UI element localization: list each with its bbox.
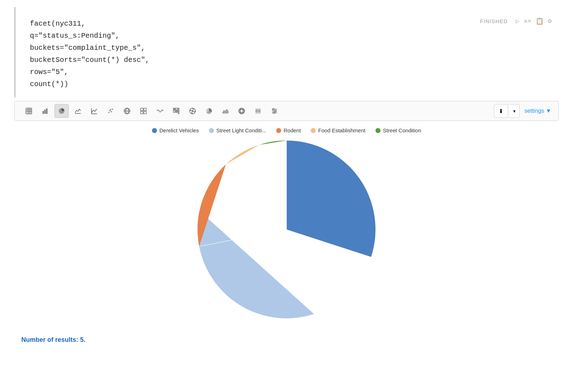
toolbar-right: ⬇ ▾ settings ▼: [494, 104, 551, 118]
matrix-btn[interactable]: [169, 104, 183, 118]
legend-label-derelict: Derelict Vehicles: [159, 127, 199, 133]
globe-btn-1[interactable]: [120, 104, 134, 118]
area-btn-2[interactable]: [218, 104, 232, 118]
doc-icon[interactable]: 📋: [536, 17, 543, 25]
legend-item-derelict: Derelict Vehicles: [152, 127, 199, 133]
legend-dot-derelict: [152, 128, 157, 133]
header-right: FINISHED ▷ ✕× 📋 ⚙: [480, 17, 552, 25]
svg-rect-7: [46, 108, 47, 114]
svg-point-35: [257, 110, 259, 112]
legend-dot-streetlight: [209, 128, 214, 133]
svg-point-46: [273, 108, 274, 110]
svg-point-32: [239, 110, 245, 112]
svg-point-41: [258, 112, 259, 113]
legend-label-street: Street Condition: [383, 127, 421, 133]
legend-dot-food: [311, 128, 316, 133]
legend-label-food: Food Establishment: [318, 127, 366, 133]
run-icon[interactable]: ▷: [516, 17, 520, 25]
settings-icon[interactable]: ⚙: [548, 17, 552, 25]
code-line-3: buckets="complaint_type_s",: [30, 42, 545, 54]
toolbar: ⬇ ▾ settings ▼: [14, 101, 559, 121]
page-wrapper: FINISHED ▷ ✕× 📋 ⚙ facet(nyc311, q="statu…: [0, 7, 573, 354]
svg-rect-20: [144, 108, 146, 111]
legend-item-streetlight: Street Light Conditi...: [209, 127, 266, 133]
code-line-2: q="status_s:Pending",: [30, 30, 545, 42]
svg-rect-27: [178, 108, 179, 114]
code-line-1: facet(nyc311,: [30, 18, 545, 30]
settings-link[interactable]: settings ▼: [525, 108, 551, 114]
download-btn[interactable]: ⬇: [494, 104, 508, 118]
svg-point-14: [112, 109, 113, 110]
segment-derelict[interactable]: [286, 141, 375, 257]
svg-rect-26: [176, 111, 178, 112]
svg-rect-0: [26, 108, 32, 114]
legend-item-street: Street Condition: [375, 127, 421, 133]
pie-btn-2[interactable]: [202, 104, 216, 118]
svg-rect-22: [144, 111, 146, 114]
svg-point-13: [111, 111, 112, 112]
results-text: Number of results: 5.: [0, 329, 573, 354]
svg-point-36: [259, 110, 261, 112]
globe-btn-2[interactable]: [185, 104, 200, 118]
pie-chart-btn[interactable]: [54, 104, 69, 118]
stop-icon[interactable]: ✕×: [524, 17, 532, 25]
svg-point-40: [256, 112, 257, 113]
svg-point-38: [258, 109, 259, 110]
svg-rect-5: [43, 111, 44, 114]
svg-rect-23: [173, 108, 175, 110]
svg-rect-6: [44, 110, 46, 114]
legend-dot-street: [375, 128, 380, 133]
scatter-plot-btn[interactable]: [104, 104, 118, 118]
segment-streetcond[interactable]: [259, 141, 286, 145]
legend: Derelict Vehicles Street Light Conditi..…: [14, 127, 559, 133]
chart-container: [14, 141, 559, 318]
svg-rect-19: [141, 108, 143, 111]
svg-point-42: [259, 112, 261, 113]
wave-chart-btn[interactable]: [153, 104, 167, 118]
globe-btn-3[interactable]: [235, 104, 249, 118]
svg-rect-25: [173, 111, 175, 112]
grid-chart-btn[interactable]: [136, 104, 151, 118]
code-block: facet(nyc311, q="status_s:Pending", buck…: [14, 7, 559, 97]
legend-item-food: Food Establishment: [311, 127, 366, 133]
download-dropdown-btn[interactable]: ▾: [510, 104, 520, 118]
svg-point-47: [275, 110, 276, 112]
svg-rect-21: [141, 111, 143, 114]
code-line-6: count(*)): [30, 78, 545, 90]
legend-label-streetlight: Street Light Conditi...: [216, 127, 266, 133]
svg-point-11: [109, 112, 110, 113]
line-chart-btn[interactable]: [87, 104, 101, 118]
status-label: FINISHED: [480, 18, 508, 24]
legend-dot-rodent: [276, 128, 281, 133]
svg-point-37: [256, 109, 257, 110]
legend-item-rodent: Rodent: [276, 127, 301, 133]
bar-chart-btn[interactable]: [38, 104, 52, 118]
dots-btn[interactable]: [251, 104, 265, 118]
segment-food[interactable]: [226, 145, 259, 164]
code-line-5: rows="5",: [30, 66, 545, 78]
pie-chart: [198, 141, 375, 318]
svg-marker-30: [222, 109, 228, 113]
legend-label-rodent: Rodent: [284, 127, 301, 133]
code-line-4: bucketSorts="count(*) desc",: [30, 54, 545, 66]
svg-point-12: [110, 110, 111, 111]
svg-line-53: [259, 145, 286, 229]
svg-point-48: [273, 112, 275, 113]
svg-point-39: [259, 109, 261, 110]
area-chart-btn[interactable]: [71, 104, 85, 118]
svg-line-52: [226, 164, 287, 229]
svg-point-33: [240, 108, 243, 114]
svg-point-15: [110, 109, 111, 110]
sliders-btn[interactable]: [267, 104, 282, 118]
svg-rect-24: [176, 108, 178, 110]
svg-point-34: [256, 110, 257, 112]
svg-point-31: [239, 108, 245, 114]
table-view-btn[interactable]: [22, 104, 36, 118]
